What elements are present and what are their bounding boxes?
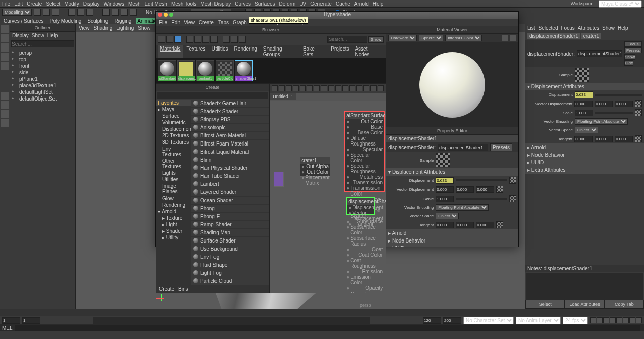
vp-menu-shading[interactable]: Shading (94, 25, 113, 31)
ae-map-icon[interactable] (635, 109, 642, 116)
pe-map-icon[interactable] (496, 221, 503, 228)
menu-meshtools[interactable]: Mesh Tools (171, 1, 196, 7)
tl-rangeend-input[interactable] (423, 317, 441, 324)
pe-encoding-dropdown[interactable]: Floating-Point Absolute (436, 204, 489, 211)
pe-vector-y[interactable] (456, 186, 474, 193)
menu-uv[interactable]: UV (299, 1, 306, 7)
pe-tangent-x[interactable] (436, 222, 454, 228)
ng-icon[interactable] (370, 85, 377, 91)
playback-icon[interactable] (610, 317, 616, 323)
menu-edit[interactable]: Edit (14, 1, 23, 7)
mat-item[interactable]: Stingray PBS (191, 116, 269, 124)
ae-section-uuid[interactable]: UUID (525, 159, 644, 166)
browser-tab-materials[interactable]: Materials (158, 45, 183, 58)
browser-back-icon[interactable] (158, 36, 165, 43)
pe-space-dropdown[interactable]: Object (436, 213, 459, 219)
maximize-icon[interactable] (169, 13, 173, 17)
create-tab-create[interactable]: Create (159, 286, 174, 292)
mat-item[interactable]: Hair Physical Shader (191, 164, 269, 172)
pe-map-icon[interactable] (496, 186, 503, 193)
pe-section-arnold[interactable]: Arnold (386, 229, 518, 237)
ng-icon[interactable] (378, 85, 384, 91)
ng-icon[interactable] (286, 85, 292, 91)
paint-icon[interactable] (86, 9, 93, 16)
play-icon[interactable] (616, 317, 622, 323)
cat-volumetric[interactable]: Volumetric (156, 119, 191, 126)
ae-notes-textarea[interactable] (526, 273, 643, 300)
browser-tab-textures[interactable]: Textures (185, 45, 208, 58)
browser-tab-assetnodes[interactable]: Asset Nodes (353, 45, 384, 58)
lasso-tool-icon[interactable] (1, 34, 9, 42)
outliner-item-place3d[interactable]: place3dTexture1 (11, 82, 74, 89)
ae-vector-y[interactable] (595, 101, 613, 107)
browser-refresh-icon[interactable] (239, 36, 246, 43)
browser-tab-shadinggroups[interactable]: Shading Groups (261, 45, 299, 58)
prevkey-icon[interactable] (603, 317, 609, 323)
scale-tool-icon[interactable] (1, 62, 9, 70)
create-tab-bins[interactable]: Bins (178, 286, 188, 292)
ae-map-icon[interactable] (635, 135, 642, 142)
ae-section-nodebehavior[interactable]: Node Behavior (525, 151, 644, 159)
cat-arnold-utility[interactable]: ▸ Utility (156, 234, 191, 241)
ae-tangent-x[interactable] (574, 136, 593, 142)
outliner-item-lightset[interactable]: defaultLightSet (11, 89, 74, 95)
pe-vector-z[interactable] (476, 186, 494, 193)
ng-icon[interactable] (349, 85, 355, 91)
minimize-icon[interactable] (164, 13, 168, 17)
ng-icon[interactable] (307, 85, 313, 91)
cat-rendering[interactable]: Rendering (156, 202, 191, 208)
select-icon[interactable] (68, 9, 75, 16)
hypershade-titlebar[interactable]: Hypershade (156, 12, 518, 19)
mat-item[interactable]: Bifrost Foam Material (191, 140, 269, 148)
tl-charset-dropdown[interactable]: No Character Set (463, 317, 514, 324)
hs-menu-graph[interactable]: Graph (233, 20, 247, 25)
tl-end-input[interactable] (443, 317, 461, 324)
cat-glow[interactable]: Glow (156, 195, 191, 202)
mat-item[interactable]: Phong (191, 205, 269, 213)
hs-menu-edit[interactable]: Edit (171, 20, 180, 25)
ae-map-icon[interactable] (635, 100, 642, 107)
mat-item[interactable]: Shading Map (191, 229, 269, 237)
cat-surface[interactable]: Surface (156, 113, 191, 119)
mv-pause-icon[interactable] (502, 35, 508, 41)
ng-icon[interactable] (342, 85, 348, 91)
swatch-shaderglow[interactable]: shaderGlow1 (235, 60, 253, 81)
vp-menu-view[interactable]: View (79, 25, 90, 31)
browser-output-icon[interactable] (202, 36, 209, 43)
mat-item[interactable]: Particle Cloud (191, 277, 269, 285)
browser-fwd-icon[interactable] (166, 36, 173, 43)
hs-menu-create[interactable]: Create (199, 20, 214, 25)
menu-windows[interactable]: Windows (103, 1, 124, 7)
mat-item[interactable]: Ocean Shader (191, 197, 269, 205)
browser-home-icon[interactable] (174, 36, 181, 43)
cat-imageplanes[interactable]: Image Planes (156, 183, 191, 195)
tl-fps-dropdown[interactable]: 24 fps (563, 317, 588, 324)
workspace-dropdown[interactable]: Maya Classic* (599, 0, 642, 8)
menu-help[interactable]: Help (373, 1, 384, 7)
create-slider[interactable] (157, 92, 268, 99)
ae-scale-slider[interactable] (595, 112, 633, 114)
ng-icon[interactable] (293, 85, 299, 91)
pe-nodename-input[interactable] (438, 144, 488, 151)
outliner-menu-show[interactable]: Show (32, 33, 44, 38)
cat-maya[interactable]: ▸ Maya (156, 106, 191, 113)
shelf-tab-poly[interactable]: Poly Modeling (48, 18, 83, 24)
node-place3d[interactable] (274, 172, 284, 187)
cat-envtex[interactable]: Env Textures (156, 146, 191, 158)
hs-menu-tabs[interactable]: Tabs (218, 20, 229, 25)
tl-rangestart-input[interactable] (22, 317, 40, 324)
rotate-tool-icon[interactable] (1, 53, 9, 61)
vp-menu-show[interactable]: Show (138, 25, 150, 31)
cat-othertex[interactable]: Other Textures (156, 158, 191, 170)
cat-displacement[interactable]: Displacement (156, 126, 191, 132)
layout-single-icon[interactable] (1, 92, 9, 100)
ae-menu-attributes[interactable]: Attributes (578, 25, 599, 31)
cat-arnold-light[interactable]: ▸ Light (156, 221, 191, 228)
mat-item[interactable]: Lambert (191, 180, 269, 188)
nextkey-icon[interactable] (623, 317, 629, 323)
ae-menu-list[interactable]: List (527, 25, 535, 31)
ae-show-button[interactable]: Show (624, 54, 635, 60)
shelf-tab-curves[interactable]: Curves / Surfaces (2, 18, 45, 24)
browser-tab-utilities[interactable]: Utilities (209, 45, 230, 58)
pe-section-uuid[interactable]: UUID (386, 245, 518, 247)
